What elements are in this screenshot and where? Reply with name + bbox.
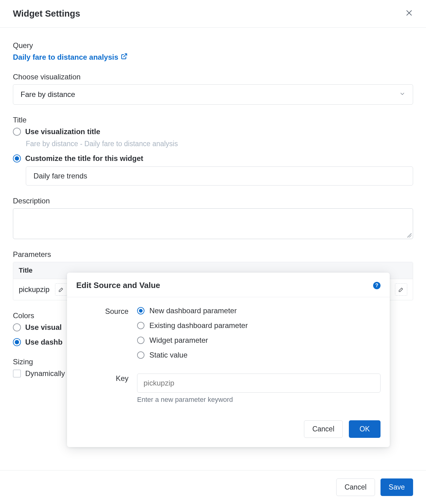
radio-label: Static value: [149, 351, 187, 359]
param-left-cell: pickupzip: [19, 283, 67, 296]
radio-icon: [13, 323, 21, 331]
radio-customize-title[interactable]: Customize the title for this widget: [13, 154, 413, 163]
radio-label: Customize the title for this widget: [25, 154, 143, 163]
key-field: Key Enter a new parameter keyword: [76, 374, 381, 404]
radio-label: Use dashb: [25, 338, 62, 346]
viz-title-hint: Fare by distance - Daily fare to distanc…: [26, 140, 413, 148]
edit-source-value-modal: Edit Source and Value ? Source New dashb…: [67, 273, 390, 447]
radio-label: Use visualization title: [25, 127, 100, 136]
dialog-body: Query Daily fare to distance analysis Ch…: [0, 28, 426, 470]
radio-use-viz-title[interactable]: Use visualization title: [13, 127, 413, 136]
custom-title-input[interactable]: [26, 166, 413, 186]
edit-pencil-button[interactable]: [55, 283, 67, 296]
save-button[interactable]: Save: [381, 478, 413, 496]
inner-modal-body: Source New dashboard parameter Existing …: [67, 297, 390, 415]
parameters-label: Parameters: [13, 250, 413, 259]
query-link-text: Daily fare to distance analysis: [13, 53, 118, 62]
visualization-selected: Fare by distance: [21, 90, 75, 99]
description-label: Description: [13, 197, 413, 205]
cancel-button[interactable]: Cancel: [336, 478, 375, 496]
inner-modal-title: Edit Source and Value: [76, 281, 160, 290]
radio-icon: [13, 128, 21, 136]
help-icon[interactable]: ?: [373, 282, 381, 289]
query-link[interactable]: Daily fare to distance analysis: [13, 53, 128, 62]
radio-label: New dashboard parameter: [149, 306, 237, 315]
key-input[interactable]: [137, 374, 381, 393]
close-icon[interactable]: [405, 9, 413, 18]
radio-label: Existing dashboard parameter: [149, 321, 248, 330]
widget-settings-dialog: Widget Settings Query Daily fare to dist…: [0, 0, 426, 504]
resize-checkbox[interactable]: [13, 370, 21, 378]
radio-icon: [13, 338, 21, 346]
description-section: Description: [13, 197, 413, 239]
query-label: Query: [13, 41, 413, 50]
inner-modal-footer: Cancel OK: [67, 415, 390, 447]
dialog-title: Widget Settings: [13, 9, 80, 19]
inner-ok-button[interactable]: OK: [349, 420, 381, 438]
description-textarea[interactable]: [13, 208, 413, 239]
source-label: Source: [76, 306, 128, 366]
visualization-label: Choose visualization: [13, 73, 413, 81]
radio-existing-dashboard-parameter[interactable]: Existing dashboard parameter: [137, 321, 381, 330]
source-field: Source New dashboard parameter Existing …: [76, 306, 381, 366]
visualization-section: Choose visualization Fare by distance: [13, 73, 413, 105]
radio-label: Use visual: [25, 323, 62, 332]
radio-icon: [137, 322, 144, 329]
query-section: Query Daily fare to distance analysis: [13, 41, 413, 62]
param-right-cell: r: [387, 283, 407, 296]
title-section: Title Use visualization title Fare by di…: [13, 116, 413, 186]
radio-icon: [137, 337, 144, 344]
key-label: Key: [76, 374, 128, 404]
radio-new-dashboard-parameter[interactable]: New dashboard parameter: [137, 306, 381, 315]
chevron-down-icon: [399, 90, 405, 99]
radio-widget-parameter[interactable]: Widget parameter: [137, 336, 381, 345]
inner-modal-header: Edit Source and Value ?: [67, 273, 390, 297]
radio-icon: [137, 307, 144, 314]
edit-pencil-button[interactable]: [395, 283, 407, 296]
source-options: New dashboard parameter Existing dashboa…: [137, 306, 381, 366]
visualization-select[interactable]: Fare by distance: [13, 84, 413, 105]
inner-cancel-button[interactable]: Cancel: [304, 420, 343, 438]
param-name: pickupzip: [19, 285, 49, 294]
dialog-header: Widget Settings: [0, 0, 426, 28]
radio-icon: [13, 154, 21, 162]
radio-label: Widget parameter: [149, 336, 208, 345]
title-label: Title: [13, 116, 413, 124]
radio-static-value[interactable]: Static value: [137, 351, 381, 359]
radio-icon: [137, 351, 144, 359]
key-hint: Enter a new parameter keyword: [137, 396, 381, 404]
external-link-icon: [121, 53, 128, 62]
dialog-footer: Cancel Save: [0, 470, 426, 504]
